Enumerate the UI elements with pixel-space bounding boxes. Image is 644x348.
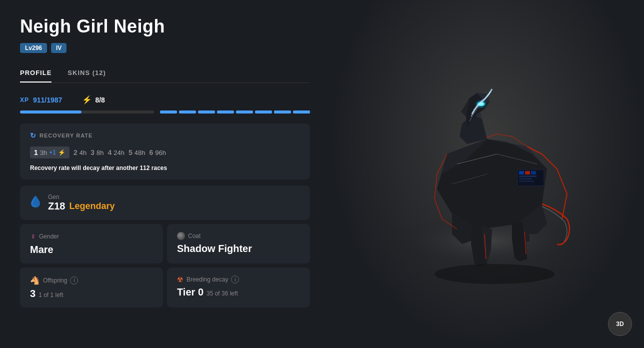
tier-4-time: 24h	[114, 149, 124, 156]
tier-3-number: 3	[90, 148, 94, 156]
3d-button[interactable]: 3D	[608, 312, 632, 336]
droplet-icon	[30, 194, 41, 212]
tier-6-number: 6	[149, 148, 153, 156]
tier-2-number: 2	[74, 148, 78, 156]
coat-label: Coat	[177, 232, 300, 240]
tier-2: 2 4h	[74, 148, 86, 156]
tier-5: 5 48h	[128, 148, 146, 156]
recovery-label: RECOVERY RATE	[40, 132, 92, 138]
tier-1-number: 1	[34, 148, 38, 156]
breeding-remaining: 35 of 36 left	[206, 290, 238, 297]
recovery-title: ↻ RECOVERY RATE	[30, 132, 300, 140]
tab-skins[interactable]: SKINS (12)	[68, 69, 106, 82]
tier-2-time: 4h	[80, 149, 86, 156]
svg-point-31	[434, 264, 554, 284]
right-panel: 3D	[330, 0, 644, 348]
tabs: PROFILE SKINS (12)	[20, 69, 310, 83]
coat-value-row: Shadow Fighter	[177, 243, 300, 254]
breeding-label-text: Breeding decay	[186, 276, 228, 283]
horse-name: Neigh Girl Neigh	[20, 16, 310, 37]
svg-rect-27	[519, 180, 534, 182]
recovery-note-races: 112 races	[140, 164, 167, 172]
xp-label: XP	[20, 96, 29, 104]
offspring-label: 🐴 Offspring i	[30, 276, 153, 285]
level-badge: Lv296	[20, 43, 47, 53]
offspring-count: 3	[30, 288, 36, 300]
energy-value: 8/8	[95, 96, 104, 104]
offspring-icon: 🐴	[30, 276, 40, 285]
gender-value: Mare	[30, 244, 54, 256]
xp-value: 911/1987	[33, 96, 62, 104]
xp-bar	[20, 110, 154, 114]
coat-card: Coat Shadow Fighter	[167, 224, 310, 264]
svg-rect-26	[519, 178, 532, 180]
tier-1-time: 3h	[40, 149, 47, 156]
stats-row: XP 911/1987 ⚡ 8/8	[20, 95, 310, 104]
gender-icon: ♀	[30, 232, 36, 241]
tier-5-number: 5	[128, 148, 132, 156]
roman-badge: IV	[51, 43, 66, 53]
progress-bars	[20, 110, 310, 114]
gen-card: Gen Z18 Legendary	[20, 186, 310, 220]
gen-number: Z18	[48, 200, 65, 212]
recovery-tiers: 1 3h +1 ⚡ 2 4h 3 8h 4 24h 5 48h 6	[30, 146, 300, 158]
offspring-info-icon[interactable]: i	[70, 276, 78, 284]
tier-5-time: 48h	[134, 149, 146, 156]
tier-1: 1 3h +1 ⚡	[30, 146, 70, 158]
gen-info: Gen Z18 Legendary	[48, 194, 115, 212]
recovery-note: Recovery rate will decay after another 1…	[30, 164, 300, 172]
tier-4-number: 4	[108, 148, 112, 156]
tier-3: 3 8h	[90, 148, 104, 156]
gender-label-text: Gender	[39, 233, 59, 240]
gen-value-row: Z18 Legendary	[48, 200, 115, 212]
gender-value-row: Mare	[30, 244, 153, 256]
energy-seg-8	[293, 110, 310, 114]
tab-profile[interactable]: PROFILE	[20, 69, 52, 82]
breeding-info-icon[interactable]: i	[231, 276, 239, 284]
tier-3-time: 8h	[96, 149, 104, 156]
left-panel: Neigh Girl Neigh Lv296 IV PROFILE SKINS …	[0, 0, 330, 348]
energy-seg-5	[236, 110, 253, 114]
nuclear-icon: ☢	[177, 276, 184, 284]
info-cards: ♀ Gender Mare Coat Shadow Fighter 🐴 Offs…	[20, 224, 310, 308]
energy-bar-container	[160, 110, 310, 114]
recovery-icon: ↻	[30, 132, 36, 140]
coat-dot	[177, 232, 185, 240]
coat-label-text: Coat	[188, 232, 200, 240]
breeding-tier: Tier 0	[177, 286, 204, 298]
breeding-value-row: Tier 0 35 of 36 left	[177, 286, 300, 298]
offspring-value-row: 3 1 of 1 left	[30, 288, 153, 300]
horse-image-container	[357, 54, 617, 294]
badges: Lv296 IV	[20, 43, 310, 53]
svg-rect-25	[519, 176, 536, 177]
energy-seg-7	[274, 110, 291, 114]
bolt-icon: ⚡	[82, 95, 92, 104]
tier-1-plus: +1	[49, 149, 56, 156]
offspring-label-text: Offspring	[43, 277, 67, 284]
tier-6: 6 96h	[149, 148, 166, 156]
energy-seg-4	[217, 110, 234, 114]
svg-rect-24	[531, 171, 536, 174]
tier-1-bolt: ⚡	[58, 149, 66, 156]
svg-rect-23	[525, 171, 530, 174]
breeding-label: ☢ Breeding decay i	[177, 276, 300, 284]
xp-bar-fill	[20, 110, 82, 114]
recovery-card: ↻ RECOVERY RATE 1 3h +1 ⚡ 2 4h 3 8h 4 24…	[20, 124, 310, 180]
breeding-card: ☢ Breeding decay i Tier 0 35 of 36 left	[167, 268, 310, 308]
gen-rarity: Legendary	[69, 201, 114, 212]
offspring-left: 1 of 1 left	[38, 292, 63, 298]
coat-value: Shadow Fighter	[177, 243, 252, 254]
energy-seg-1	[160, 110, 177, 114]
gender-label: ♀ Gender	[30, 232, 153, 241]
energy-seg-6	[255, 110, 272, 114]
energy-block: ⚡ 8/8	[82, 95, 104, 104]
horse-svg	[357, 54, 617, 294]
gen-label: Gen	[48, 194, 115, 200]
energy-seg-3	[198, 110, 215, 114]
svg-rect-22	[519, 171, 524, 174]
offspring-card: 🐴 Offspring i 3 1 of 1 left	[20, 268, 163, 308]
tier-6-time: 96h	[155, 149, 166, 156]
tier-4: 4 24h	[108, 148, 124, 156]
energy-seg-2	[179, 110, 196, 114]
xp-block: XP 911/1987	[20, 96, 62, 104]
